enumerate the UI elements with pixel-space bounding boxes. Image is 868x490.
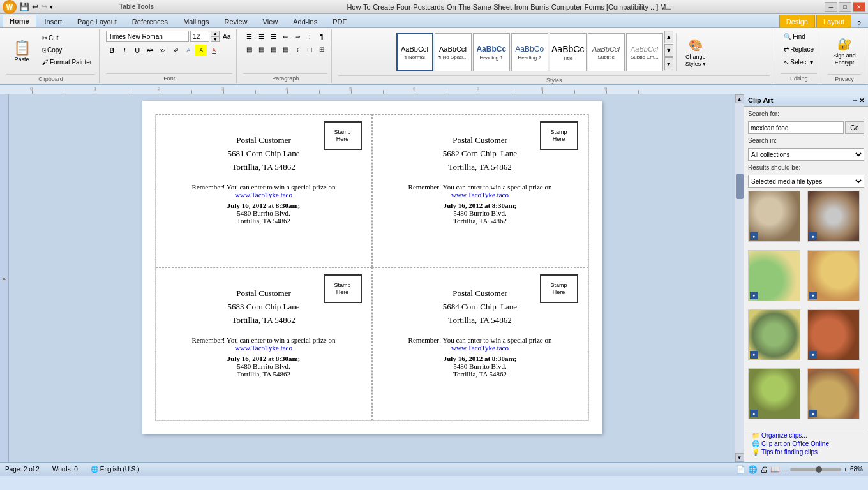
results-select[interactable]: Selected media file types xyxy=(748,175,864,188)
stamp-box-tl: StampHere xyxy=(324,121,362,150)
underline-button[interactable]: U xyxy=(131,45,143,56)
qat-undo[interactable]: ↩ xyxy=(32,2,39,11)
view-normal-btn[interactable]: 📄 xyxy=(736,465,745,474)
tab-mailings[interactable]: Mailings xyxy=(176,15,216,27)
style-normal[interactable]: AaBbCcI ¶ Normal xyxy=(396,33,433,71)
clip-art-online-link[interactable]: 🌐 Clip art on Office Online xyxy=(752,440,860,447)
paste-button[interactable]: 📋 Paste xyxy=(6,31,37,73)
copy-button[interactable]: ⎘ Copy xyxy=(39,44,95,56)
shading-button[interactable]: ◻ xyxy=(304,43,315,55)
style-subtitle[interactable]: AaBbCcI Subtitle xyxy=(588,33,625,71)
clip-art-minimize[interactable]: ─ xyxy=(853,97,857,104)
bold-button[interactable]: B xyxy=(106,45,117,56)
tab-home[interactable]: Home xyxy=(3,15,36,27)
borders-button[interactable]: ⊞ xyxy=(316,43,327,55)
superscript-button[interactable]: x² xyxy=(170,45,181,56)
font-size-decrease[interactable]: ▼ xyxy=(211,36,220,42)
style-heading2[interactable]: AaBbCo Heading 2 xyxy=(511,33,548,71)
subscript-button[interactable]: x₂ xyxy=(157,45,168,56)
align-center-button[interactable]: ▤ xyxy=(255,43,267,55)
select-button[interactable]: ↖ Select ▾ xyxy=(781,56,816,68)
strikethrough-button[interactable]: ab xyxy=(144,45,156,56)
text-effects-button[interactable]: A xyxy=(183,45,194,56)
line-spacing-button[interactable]: ↕ xyxy=(292,43,303,55)
style-heading1[interactable]: AaBbCc Heading 1 xyxy=(473,33,510,71)
search-input[interactable] xyxy=(748,121,844,134)
view-web-btn[interactable]: 🌐 xyxy=(748,465,758,474)
highlight-button[interactable]: A xyxy=(195,45,207,56)
clip-thumb-1[interactable]: ● xyxy=(748,191,800,242)
decrease-indent-button[interactable]: ⇐ xyxy=(280,31,291,42)
document-area[interactable]: StampHere Postal Customer 5681 Corn Chip… xyxy=(9,94,735,462)
sort-button[interactable]: ↕ xyxy=(304,31,315,42)
style-no-spacing[interactable]: AaBbCcI ¶ No Spaci... xyxy=(435,33,472,71)
clip-thumb-8[interactable]: ● xyxy=(807,368,860,419)
search-in-select[interactable]: All collections xyxy=(748,148,864,161)
tab-review[interactable]: Review xyxy=(217,15,254,27)
maximize-button[interactable]: □ xyxy=(839,2,851,12)
clip-thumb-4[interactable]: ● xyxy=(807,250,860,301)
styles-scroll-more[interactable]: ▾ xyxy=(664,57,673,70)
view-print-btn[interactable]: 🖨 xyxy=(760,465,768,474)
tab-layout[interactable]: Layout xyxy=(816,15,851,27)
style-title[interactable]: AaBbCc Title xyxy=(550,33,587,71)
tab-insert[interactable]: Insert xyxy=(38,15,70,27)
multilevel-button[interactable]: ☰ xyxy=(267,31,279,42)
format-painter-button[interactable]: 🖌 Format Painter xyxy=(39,56,95,68)
cut-button[interactable]: ✂ Cut xyxy=(39,32,95,43)
find-button[interactable]: 🔍 Find xyxy=(781,31,808,42)
minimize-button[interactable]: ─ xyxy=(825,2,837,12)
zoom-out-btn[interactable]: ─ xyxy=(782,466,788,473)
qat-save[interactable]: 💾 xyxy=(19,2,29,11)
font-name-input[interactable] xyxy=(106,31,189,42)
show-marks-button[interactable]: ¶ xyxy=(316,31,327,42)
font-size-input[interactable] xyxy=(190,31,209,42)
tab-page-layout[interactable]: Page Layout xyxy=(70,15,124,27)
zoom-in-btn[interactable]: + xyxy=(844,466,848,473)
tab-view[interactable]: View xyxy=(256,15,285,27)
scroll-track[interactable] xyxy=(735,103,744,453)
numbering-button[interactable]: ☰ xyxy=(255,31,267,42)
increase-indent-button[interactable]: ⇒ xyxy=(292,31,303,42)
close-button[interactable]: ✕ xyxy=(853,2,865,12)
tab-references[interactable]: References xyxy=(125,15,175,27)
scroll-down-arrow[interactable]: ▼ xyxy=(735,453,744,462)
clip-art-close[interactable]: ✕ xyxy=(859,97,864,104)
styles-scroll-up[interactable]: ▲ xyxy=(664,31,673,43)
tab-design[interactable]: Design xyxy=(779,15,815,27)
go-button[interactable]: Go xyxy=(845,121,864,134)
organize-clips-link[interactable]: 📁 Organize clips... xyxy=(752,432,860,439)
scroll-up-arrow[interactable]: ▲ xyxy=(735,94,744,103)
tips-link[interactable]: 💡 Tips for finding clips xyxy=(752,449,860,456)
align-left-button[interactable]: ▤ xyxy=(243,43,255,55)
clip-thumb-5[interactable]: ● xyxy=(748,309,800,360)
italic-button[interactable]: I xyxy=(119,45,130,56)
font-size-increase[interactable]: ▲ xyxy=(211,31,220,36)
zoom-thumb[interactable] xyxy=(816,466,822,473)
clip-thumb-6[interactable]: ● xyxy=(807,309,860,360)
styles-scroll: ▲ ▼ ▾ xyxy=(664,31,673,74)
clear-format-button[interactable]: Aa xyxy=(221,31,232,42)
change-styles-button[interactable]: 🎨 ChangeStyles ▾ xyxy=(679,32,712,74)
scroll-thumb[interactable] xyxy=(736,174,744,199)
clip-thumb-3[interactable]: ● xyxy=(748,250,800,301)
vertical-scrollbar[interactable]: ▲ ▼ xyxy=(735,94,744,462)
tab-add-ins[interactable]: Add-Ins xyxy=(286,15,324,27)
qat-dropdown[interactable]: ▾ xyxy=(50,4,53,10)
ribbon-help[interactable]: ? xyxy=(853,20,865,27)
view-reading-btn[interactable]: 📖 xyxy=(770,465,780,474)
zoom-slider[interactable] xyxy=(790,468,841,471)
clip-thumb-2[interactable]: ● xyxy=(807,191,860,242)
justify-button[interactable]: ▤ xyxy=(280,43,291,55)
tab-pdf[interactable]: PDF xyxy=(326,15,354,27)
clip-thumb-7[interactable]: ● xyxy=(748,368,800,419)
bullets-button[interactable]: ☰ xyxy=(243,31,255,42)
sign-encrypt-button[interactable]: 🔐 Sign andEncrypt xyxy=(828,31,861,73)
align-right-button[interactable]: ▤ xyxy=(267,43,279,55)
style-subtle-em[interactable]: AaBbCcI Subtle Em... xyxy=(626,33,663,71)
clip-art-panel: Clip Art ─ ✕ Search for: Go Search in: A… xyxy=(744,94,868,462)
qat-redo[interactable]: ↪ xyxy=(41,3,47,11)
replace-button[interactable]: ⇄ Replace xyxy=(781,43,817,55)
styles-scroll-down[interactable]: ▼ xyxy=(664,44,673,57)
font-color-button[interactable]: A xyxy=(208,45,220,56)
